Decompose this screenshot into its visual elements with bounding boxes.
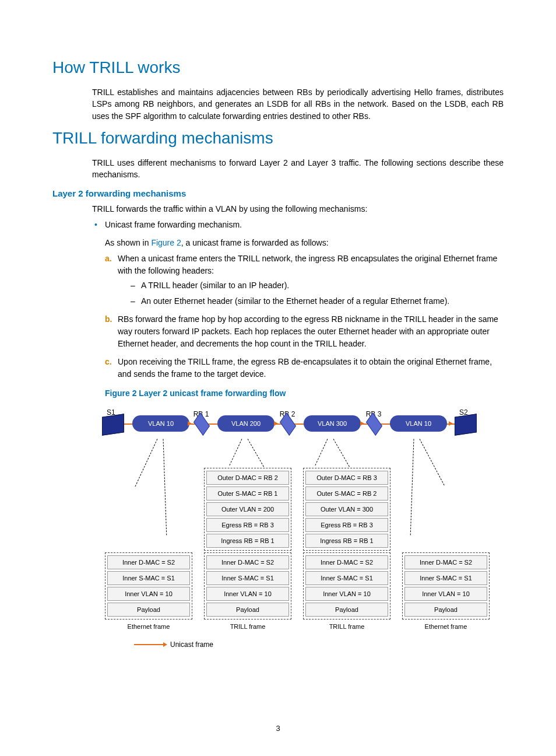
bullet-text: Unicast frame forwarding mechanism.	[105, 220, 242, 229]
list-text: Upon receiving the TRILL frame, the egre…	[118, 357, 492, 379]
ordered-list: a. When a unicast frame enters the TRILL…	[105, 253, 504, 380]
header-cell: Payload	[404, 603, 487, 617]
header-cell: Inner VLAN = 10	[206, 587, 289, 601]
flow-row: S1 VLAN 10 RB 1 VLAN 200	[105, 404, 490, 439]
header-cell: Outer D-MAC = RB 2	[206, 471, 289, 485]
header-cell: Inner S-MAC = S1	[206, 571, 289, 585]
header-cell: Outer VLAN = 200	[206, 502, 289, 516]
header-cell: Outer S-MAC = RB 2	[305, 487, 388, 501]
header-cell: Payload	[206, 603, 289, 617]
legend: Unicast frame	[134, 640, 490, 649]
header-cell: Outer VLAN = 300	[305, 502, 388, 516]
host-icon	[102, 414, 124, 435]
frame-stack: Inner D-MAC = S2Inner S-MAC = S1Inner VL…	[402, 552, 490, 630]
frame-stack: Outer D-MAC = RB 2Outer S-MAC = RB 1Oute…	[204, 468, 291, 630]
header-cell: Inner S-MAC = S1	[305, 571, 388, 585]
frame-stack: Outer D-MAC = RB 3Outer S-MAC = RB 2Oute…	[303, 468, 390, 630]
page-number: 3	[0, 724, 556, 733]
vlan-cloud: VLAN 200	[217, 415, 275, 432]
paragraph: TRILL forwards the traffic within a VLAN…	[92, 203, 504, 215]
ordered-item-c: c. Upon receiving the TRILL frame, the e…	[105, 356, 504, 380]
stack-label: TRILL frame	[303, 623, 390, 630]
header-cell: Payload	[107, 603, 190, 617]
list-marker: a.	[105, 253, 112, 265]
inner-header-group: Inner D-MAC = S2Inner S-MAC = S1Inner VL…	[303, 552, 390, 620]
figure-2-diagram: S1 VLAN 10 RB 1 VLAN 200	[105, 404, 490, 649]
host-icon	[455, 414, 477, 435]
vlan-cloud: VLAN 300	[304, 415, 361, 432]
header-cell: Egress RB = RB 3	[305, 518, 388, 532]
paragraph: As shown in Figure 2, a unicast frame is…	[105, 237, 504, 249]
list-marker: c.	[105, 356, 112, 368]
frame-stack: Inner D-MAC = S2Inner S-MAC = S1Inner VL…	[105, 552, 192, 630]
list-text: RBs forward the frame hop by hop accordi…	[118, 314, 498, 348]
vlan-cloud: VLAN 10	[132, 415, 189, 432]
figure-link[interactable]: Figure 2	[151, 238, 181, 247]
header-cell: Outer D-MAC = RB 3	[305, 471, 388, 485]
header-cell: Inner VLAN = 10	[305, 587, 388, 601]
outer-header-group: Outer D-MAC = RB 3Outer S-MAC = RB 2Oute…	[303, 468, 390, 551]
header-cell: Outer S-MAC = RB 1	[206, 487, 289, 501]
stack-label: TRILL frame	[204, 623, 291, 630]
dash-list: A TRILL header (similar to an IP header)…	[131, 279, 504, 307]
heading-trill-forwarding: TRILL forwarding mechanisms	[52, 129, 504, 148]
list-text: When a unicast frame enters the TRILL ne…	[118, 254, 497, 275]
bullet-list: Unicast frame forwarding mechanism.	[92, 219, 504, 231]
header-cell: Ingress RB = RB 1	[305, 534, 388, 548]
figure-caption: Figure 2 Layer 2 unicast frame forwardin…	[105, 388, 504, 398]
inner-header-group: Inner D-MAC = S2Inner S-MAC = S1Inner VL…	[204, 552, 291, 620]
header-cell: Egress RB = RB 3	[206, 518, 289, 532]
stack-label: Ethernet frame	[402, 623, 490, 630]
arrow-icon	[134, 644, 163, 645]
bullet-item: Unicast frame forwarding mechanism.	[92, 219, 504, 231]
ordered-item-b: b. RBs forward the frame hop by hop acco…	[105, 313, 504, 350]
dash-item: A TRILL header (similar to an IP header)…	[131, 279, 504, 292]
header-cell: Payload	[305, 603, 388, 617]
paragraph: TRILL uses different mechanisms to forwa…	[92, 157, 504, 181]
page: How TRILL works TRILL establishes and ma…	[0, 0, 556, 756]
dash-item: An outer Ethernet header (similar to the…	[131, 295, 504, 307]
paragraph: TRILL establishes and maintains adjacenc…	[92, 86, 504, 122]
inner-header-group: Inner D-MAC = S2Inner S-MAC = S1Inner VL…	[402, 552, 490, 620]
outer-header-group: Outer D-MAC = RB 2Outer S-MAC = RB 1Oute…	[204, 468, 291, 551]
stack-label: Ethernet frame	[105, 623, 192, 630]
header-cell: Inner D-MAC = S2	[206, 555, 289, 569]
list-marker: b.	[105, 313, 112, 326]
header-cell: Inner D-MAC = S2	[305, 555, 388, 569]
header-cell: Inner D-MAC = S2	[107, 555, 190, 569]
header-cell: Ingress RB = RB 1	[206, 534, 289, 548]
inner-header-group: Inner D-MAC = S2Inner S-MAC = S1Inner VL…	[105, 552, 192, 620]
header-cell: Inner D-MAC = S2	[404, 555, 487, 569]
ordered-item-a: a. When a unicast frame enters the TRILL…	[105, 253, 504, 307]
vlan-cloud: VLAN 10	[390, 415, 447, 432]
legend-label: Unicast frame	[170, 640, 213, 649]
header-cell: Inner S-MAC = S1	[107, 571, 190, 585]
header-cell: Inner S-MAC = S1	[404, 571, 487, 585]
heading-how-trill-works: How TRILL works	[52, 58, 504, 77]
frame-stacks: Inner D-MAC = S2Inner S-MAC = S1Inner VL…	[105, 468, 490, 630]
subsection-l2-forwarding: Layer 2 forwarding mechanisms	[52, 188, 504, 198]
header-cell: Inner VLAN = 10	[404, 587, 487, 601]
header-cell: Inner VLAN = 10	[107, 587, 190, 601]
